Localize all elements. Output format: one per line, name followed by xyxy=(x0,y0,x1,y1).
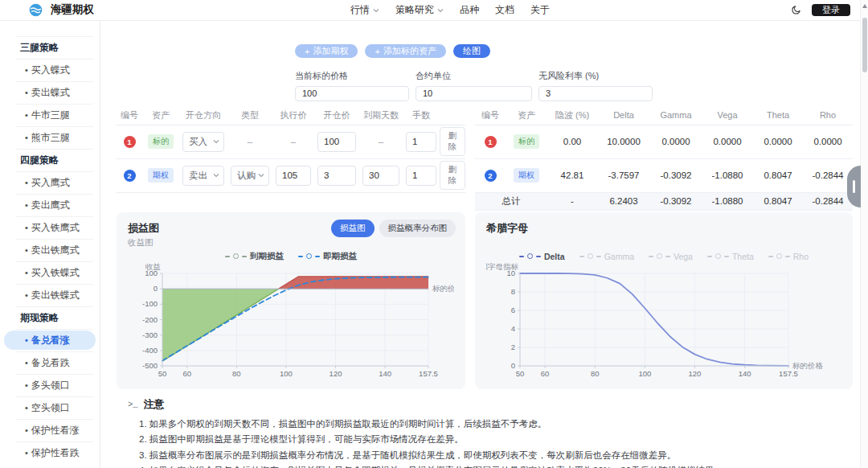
side-drawer-handle[interactable] xyxy=(847,166,861,207)
row-number-cell: 2 xyxy=(475,170,506,182)
greeks-table-header: 编号资产隐波 (%)DeltaGammaVegaThetaRho xyxy=(475,106,853,125)
bullet-icon: • xyxy=(25,403,28,413)
sidebar-item-0-2[interactable]: •牛市三腿 xyxy=(0,104,100,126)
note-item-2: 2. 损益图中即期损益是基于理论模型计算得到，可能与实际市场情况存在差异。 xyxy=(139,432,860,448)
direction-select[interactable]: 卖出 xyxy=(182,166,224,186)
asset-badge: 期权 xyxy=(514,168,539,183)
legend-line-icon xyxy=(768,256,773,257)
scroll-up-arrow-icon[interactable] xyxy=(862,4,867,8)
row-number-badge: 1 xyxy=(124,136,136,148)
sidebar-item-2-2[interactable]: •多头领口 xyxy=(0,374,100,396)
nav-item-0[interactable]: 行情 xyxy=(350,3,379,17)
svg-text:80: 80 xyxy=(232,369,241,378)
column-header: 类型 xyxy=(227,109,272,121)
sidebar-item-0-3[interactable]: •熊市三腿 xyxy=(0,126,100,149)
open-price-input[interactable] xyxy=(317,166,356,186)
toggle-pnl-probability-chart[interactable]: 损益概率分布图 xyxy=(379,220,457,237)
cell: 认购 xyxy=(227,166,272,186)
asset-badge: 标的 xyxy=(514,134,539,149)
row-number-cell: 1 xyxy=(117,136,142,148)
scrollbar-thumb[interactable] xyxy=(862,18,867,72)
days-input[interactable] xyxy=(362,166,399,186)
direction-select[interactable]: 买入 xyxy=(182,132,224,152)
asset-cell: 标的 xyxy=(506,134,547,149)
greeks-total-row: 总计-6.2403-0.3092-1.08800.8047-0.2844 xyxy=(475,193,853,211)
bullet-icon: • xyxy=(25,110,28,120)
delete-row-button[interactable]: 删除 xyxy=(440,161,465,190)
chevron-down-icon xyxy=(258,172,264,179)
lots-input[interactable] xyxy=(406,132,436,152)
position-row-2: 2期权卖出认购删除 xyxy=(117,159,465,193)
note-item-4: 4. 如果自定义组合只包含标的资产，则损益图中只包含即期损益，且损益概率分布图展… xyxy=(139,463,860,468)
sidebar-item-label: 卖出蝶式 xyxy=(31,86,70,100)
lots-input[interactable] xyxy=(406,166,436,186)
positions-table-header: 编号资产开仓方向类型执行价开仓价到期天数手数 xyxy=(117,106,465,125)
legend-item-1[interactable]: 即期损益 xyxy=(298,251,357,262)
legend-item-1[interactable]: Gamma xyxy=(579,252,634,261)
sidebar-item-0-0[interactable]: •买入蝶式 xyxy=(0,59,100,81)
underlying-price-input[interactable] xyxy=(295,86,409,101)
add-underlying-button[interactable]: + 添加标的资产 xyxy=(365,44,445,58)
nav-item-label: 文档 xyxy=(495,3,514,17)
svg-text:0: 0 xyxy=(511,361,515,370)
strike-input[interactable] xyxy=(276,166,311,186)
legend-label: Gamma xyxy=(604,252,634,261)
sidebar-item-2-5[interactable]: •保护性看跌 xyxy=(0,441,100,464)
sidebar-item-label: 备兑看涨 xyxy=(31,334,70,347)
top-navbar: 海疆期权 行情策略研究品种文档关于 登录 xyxy=(0,0,868,21)
sidebar-item-2-4[interactable]: •保护性看涨 xyxy=(0,419,100,441)
nav-item-2[interactable]: 品种 xyxy=(460,3,479,17)
type-select[interactable]: 认购 xyxy=(231,166,269,186)
sidebar-item-label: 保护性看涨 xyxy=(31,424,80,437)
greeks-chart: 506080100120140157.50246810希腊字母指标标的价格 xyxy=(486,263,841,384)
select-value: 认购 xyxy=(237,170,256,182)
plus-icon: + xyxy=(305,47,309,56)
chevron-down-icon xyxy=(373,7,379,14)
add-option-button[interactable]: + 添加期权 xyxy=(295,44,358,58)
svg-text:6: 6 xyxy=(511,306,515,314)
legend-item-0[interactable]: Delta xyxy=(519,252,565,261)
sidebar-item-1-4[interactable]: •买入铁蝶式 xyxy=(0,261,100,284)
sidebar-item-0-1[interactable]: •卖出蝶式 xyxy=(0,81,100,104)
sidebar-item-1-2[interactable]: •买入铁鹰式 xyxy=(0,216,100,239)
cell: 卖出 xyxy=(179,166,227,186)
sidebar-item-1-0[interactable]: •买入鹰式 xyxy=(0,171,100,194)
row-number-badge: 1 xyxy=(485,136,497,148)
legend-line-icon xyxy=(519,256,524,257)
sidebar-item-2-0[interactable]: •备兑看涨 xyxy=(0,329,100,351)
toggle-pnl-chart[interactable]: 损益图 xyxy=(331,220,375,237)
sidebar-item-1-3[interactable]: •卖出铁鹰式 xyxy=(0,239,100,261)
legend-item-3[interactable]: Theta xyxy=(707,252,754,261)
nav-item-1[interactable]: 策略研究 xyxy=(395,3,444,17)
open-price-input[interactable] xyxy=(317,132,356,152)
nav-item-4[interactable]: 关于 xyxy=(530,3,550,17)
legend-label: Theta xyxy=(732,252,754,261)
contract-unit-input[interactable] xyxy=(416,86,532,101)
nav-item-3[interactable]: 文档 xyxy=(495,3,514,17)
sidebar-section-title-0: 三腿策略 xyxy=(0,36,100,59)
row-number-badge: 2 xyxy=(124,170,136,182)
sidebar-item-2-3[interactable]: •空头领口 xyxy=(0,396,100,419)
svg-text:50: 50 xyxy=(516,369,525,378)
legend-item-4[interactable]: Rho xyxy=(768,252,809,261)
sidebar-item-2-1[interactable]: •备兑看跌 xyxy=(0,351,100,374)
total-value: -0.3092 xyxy=(650,196,702,206)
delete-row-button[interactable]: 删除 xyxy=(440,127,465,156)
app-root: 海疆期权 行情策略研究品种文档关于 登录 三腿策略•买入蝶式•卖出蝶式•牛市三腿… xyxy=(0,0,868,468)
sidebar-item-pill: •牛市三腿 xyxy=(4,105,96,125)
legend-item-2[interactable]: Vega xyxy=(649,252,693,261)
login-button[interactable]: 登录 xyxy=(812,4,850,16)
legend-line-icon xyxy=(707,256,712,257)
legend-item-0[interactable]: 到期损益 xyxy=(225,251,284,262)
param-grid: 当前标的价格 合约单位 无风险利率 (%) xyxy=(295,70,860,101)
svg-text:60: 60 xyxy=(541,369,550,378)
sidebar-item-1-1[interactable]: •卖出鹰式 xyxy=(0,194,100,216)
sidebar-item-1-5[interactable]: •卖出铁蝶式 xyxy=(0,284,100,306)
dark-mode-toggle[interactable] xyxy=(789,4,802,17)
plus-icon: + xyxy=(375,47,379,56)
column-header: 执行价 xyxy=(272,109,314,121)
scrollbar-track[interactable] xyxy=(860,0,868,468)
draw-button[interactable]: 绘图 xyxy=(453,44,490,58)
cell: 买入 xyxy=(179,132,227,152)
risk-free-rate-input[interactable] xyxy=(538,86,653,101)
